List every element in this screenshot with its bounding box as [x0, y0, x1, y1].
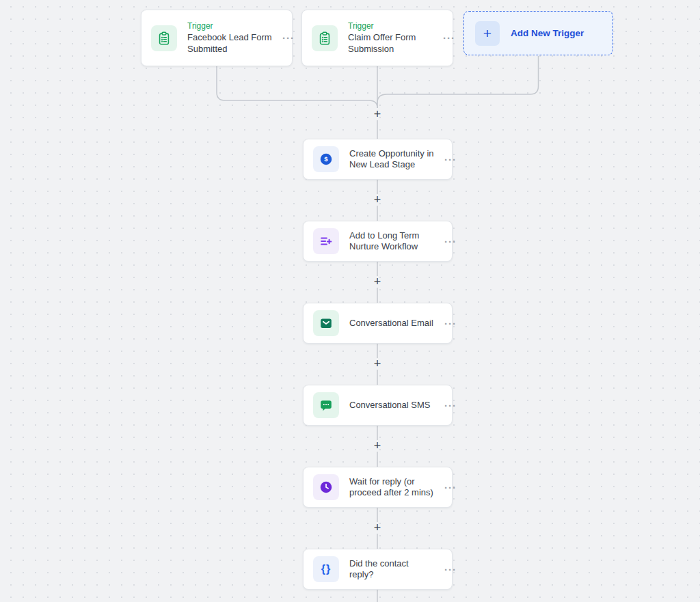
- card-menu-button[interactable]: ···: [444, 400, 457, 411]
- add-step-button[interactable]: +: [371, 521, 384, 534]
- card-menu-button[interactable]: ···: [444, 154, 457, 165]
- trigger-title: Facebook Lead Form Submitted: [187, 32, 272, 55]
- action-card-wait-for-reply[interactable]: Wait for reply (or proceed after 2 mins)…: [303, 467, 453, 508]
- trigger-title: Claim Offer Form Submission: [348, 32, 433, 55]
- plus-icon: +: [475, 21, 500, 46]
- card-text: Trigger Claim Offer Form Submission: [348, 21, 433, 55]
- action-card-conversational-email[interactable]: Conversational Email ···: [303, 303, 453, 344]
- clipboard-icon: [151, 25, 177, 51]
- clipboard-icon: [312, 25, 338, 51]
- svg-text:$: $: [324, 155, 328, 163]
- action-title: Wait for reply (or proceed after 2 mins): [349, 476, 434, 499]
- card-text: Trigger Facebook Lead Form Submitted: [187, 21, 272, 55]
- action-card-conversational-sms[interactable]: Conversational SMS ···: [303, 385, 453, 426]
- add-new-trigger-label: Add New Trigger: [511, 28, 584, 38]
- add-new-trigger-button[interactable]: + Add New Trigger: [463, 11, 613, 55]
- card-menu-button[interactable]: ···: [443, 33, 455, 43]
- trigger-card-claim-offer-form[interactable]: Trigger Claim Offer Form Submission ···: [301, 10, 453, 66]
- clock-icon: [313, 474, 339, 500]
- add-step-button[interactable]: +: [371, 357, 384, 370]
- card-text: Add to Long Term Nurture Workflow: [349, 230, 434, 253]
- add-step-button[interactable]: +: [371, 193, 384, 206]
- email-icon: [313, 310, 339, 336]
- add-step-button[interactable]: +: [371, 275, 384, 288]
- add-step-button[interactable]: +: [371, 107, 384, 121]
- dollar-icon: $: [313, 146, 339, 172]
- card-text: Wait for reply (or proceed after 2 mins): [349, 476, 434, 499]
- list-plus-icon: [313, 228, 339, 254]
- card-menu-button[interactable]: ···: [444, 482, 457, 493]
- card-menu-button[interactable]: ···: [444, 236, 457, 247]
- action-card-add-to-workflow[interactable]: Add to Long Term Nurture Workflow ···: [303, 221, 453, 262]
- action-title: Add to Long Term Nurture Workflow: [349, 230, 434, 253]
- card-text: Create Opportunity in New Lead Stage: [349, 148, 434, 171]
- workflow-canvas[interactable]: Trigger Facebook Lead Form Submitted ···…: [0, 0, 700, 602]
- card-menu-button[interactable]: ···: [444, 564, 457, 575]
- action-card-create-opportunity[interactable]: $ Create Opportunity in New Lead Stage ·…: [303, 139, 453, 180]
- card-menu-button[interactable]: ···: [282, 33, 295, 43]
- trigger-card-facebook-lead-form[interactable]: Trigger Facebook Lead Form Submitted ···: [141, 10, 293, 66]
- action-title: Conversational Email: [349, 318, 434, 329]
- card-menu-button[interactable]: ···: [444, 318, 457, 329]
- connector-lines: [0, 0, 700, 602]
- add-step-button[interactable]: +: [371, 439, 384, 452]
- action-title: Create Opportunity in New Lead Stage: [349, 148, 434, 171]
- action-title: Did the contact reply?: [349, 558, 434, 581]
- card-text: Did the contact reply?: [349, 558, 434, 581]
- action-title: Conversational SMS: [349, 400, 434, 411]
- sms-icon: [313, 392, 339, 418]
- trigger-label: Trigger: [187, 21, 272, 31]
- braces-icon: {}: [313, 556, 339, 582]
- action-card-did-contact-reply[interactable]: {} Did the contact reply? ···: [303, 549, 453, 590]
- card-text: Conversational SMS: [349, 400, 434, 411]
- card-text: Conversational Email: [349, 318, 434, 329]
- trigger-label: Trigger: [348, 21, 433, 31]
